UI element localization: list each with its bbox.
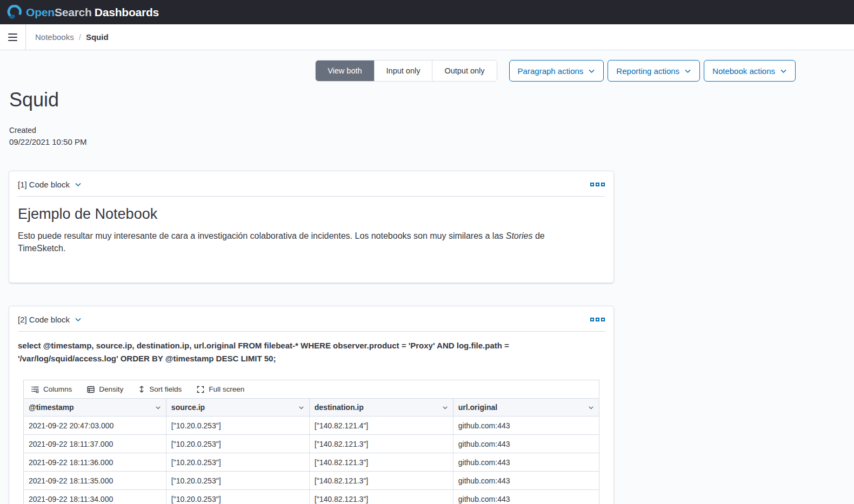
cell-source-ip: ["10.20.0.253"]	[166, 435, 310, 453]
cell-destination-ip: ["140.82.121.3"]	[310, 435, 453, 453]
fullscreen-icon	[196, 385, 205, 394]
chevron-down-icon[interactable]	[298, 405, 304, 411]
actions-group: Paragraph actions Reporting actions Note…	[509, 60, 796, 82]
column-header-url-original[interactable]: url.original	[453, 399, 599, 416]
grid-toolbar: Columns Density Sort fields	[24, 380, 599, 399]
output-only-button[interactable]: Output only	[432, 61, 496, 81]
table-row: 2021-09-22 20:47:03.000 ["10.20.0.253"] …	[24, 416, 599, 435]
cell-destination-ip: ["140.82.121.3"]	[310, 453, 453, 471]
table-row: 2021-09-22 18:11:37.000 ["10.20.0.253"] …	[24, 435, 599, 453]
density-icon	[86, 385, 95, 394]
cell-url-original: github.com:443	[453, 472, 599, 489]
opensearch-logo[interactable]: OpenSearchDashboards	[7, 5, 159, 19]
controls-row: View both Input only Output only Paragra…	[0, 60, 854, 82]
chevron-down-icon[interactable]	[442, 405, 448, 411]
table-row: 2021-09-22 18:11:35.000 ["10.20.0.253"] …	[24, 472, 599, 490]
cell-source-ip: ["10.20.0.253"]	[166, 416, 310, 434]
hamburger-menu-icon[interactable]	[0, 24, 25, 50]
cell-url-original: github.com:443	[453, 416, 599, 434]
opensearch-logo-icon	[7, 5, 22, 19]
sql-query-text: select @timestamp, source.ip, destinatio…	[18, 339, 605, 365]
paragraph-1-menu-icon[interactable]	[590, 183, 605, 186]
panel-divider	[18, 196, 605, 197]
paragraph-actions-button[interactable]: Paragraph actions	[509, 60, 604, 82]
chevron-down-icon	[75, 316, 82, 323]
breadcrumb-current: Squid	[86, 32, 109, 42]
fullscreen-button[interactable]: Full screen	[196, 385, 244, 394]
density-button[interactable]: Density	[86, 385, 123, 394]
cell-destination-ip: ["140.82.121.3"]	[310, 472, 453, 489]
paragraph-2-title: [2] Code block	[18, 315, 70, 324]
cell-url-original: github.com:443	[453, 490, 599, 504]
table-row: 2021-09-22 18:11:34.000 ["10.20.0.253"] …	[24, 490, 599, 504]
chevron-down-icon[interactable]	[155, 405, 161, 411]
paragraph-panel-1: [1] Code block Ejemplo de Notebook Esto …	[9, 171, 614, 283]
page-title: Squid	[9, 89, 854, 111]
columns-button[interactable]: Columns	[31, 385, 72, 394]
cell-destination-ip: ["140.82.121.3"]	[310, 490, 453, 504]
page-head: Squid Created 09/22/2021 10:50 PM	[0, 89, 854, 146]
table-body: 2021-09-22 20:47:03.000 ["10.20.0.253"] …	[24, 416, 599, 504]
paragraph-panel-2: [2] Code block select @timestamp, source…	[9, 306, 614, 504]
cell-destination-ip: ["140.82.121.4"]	[310, 416, 453, 434]
chevron-down-icon	[780, 68, 787, 75]
breadcrumb-separator: /	[79, 32, 81, 42]
cell-source-ip: ["10.20.0.253"]	[166, 472, 310, 489]
chevron-down-icon	[588, 68, 595, 75]
data-grid: Columns Density Sort fields	[23, 380, 599, 504]
breadcrumb-notebooks[interactable]: Notebooks	[35, 32, 74, 42]
sort-fields-button[interactable]: Sort fields	[138, 385, 182, 393]
cell-timestamp: 2021-09-22 20:47:03.000	[24, 416, 166, 434]
paragraph-2-menu-icon[interactable]	[590, 318, 605, 321]
panel-divider	[18, 331, 605, 332]
app-title: OpenSearchDashboards	[26, 6, 159, 19]
table-row: 2021-09-22 18:11:36.000 ["10.20.0.253"] …	[24, 453, 599, 472]
created-label: Created	[9, 126, 854, 135]
column-header-destination-ip[interactable]: destination.ip	[310, 399, 453, 416]
markdown-heading: Ejemplo de Notebook	[18, 206, 605, 223]
cell-url-original: github.com:443	[453, 453, 599, 471]
chevron-down-icon[interactable]	[588, 405, 594, 411]
cell-timestamp: 2021-09-22 18:11:36.000	[24, 453, 166, 471]
cell-source-ip: ["10.20.0.253"]	[166, 490, 310, 504]
cell-timestamp: 2021-09-22 18:11:34.000	[24, 490, 166, 504]
column-header-source-ip[interactable]: source.ip	[166, 399, 310, 416]
paragraph-2-toggle[interactable]: [2] Code block	[18, 315, 82, 324]
notebook-actions-button[interactable]: Notebook actions	[704, 60, 796, 82]
markdown-paragraph: Esto puede resultar muy interesante de c…	[18, 230, 580, 254]
paragraph-1-toggle[interactable]: [1] Code block	[18, 180, 82, 189]
view-both-button[interactable]: View both	[316, 61, 373, 81]
paragraph-1-header: [1] Code block	[18, 180, 605, 189]
created-value: 09/22/2021 10:50 PM	[9, 137, 854, 146]
italic-text: Stories	[506, 231, 533, 240]
column-header-timestamp[interactable]: @timestamp	[24, 399, 166, 416]
view-toggle-group: View both Input only Output only	[315, 60, 497, 82]
input-only-button[interactable]: Input only	[374, 61, 432, 81]
cell-url-original: github.com:443	[453, 435, 599, 453]
chevron-down-icon	[684, 68, 691, 75]
grid-header-row: @timestamp source.ip destination.ip url.…	[24, 399, 599, 416]
nav-bar: Notebooks / Squid	[0, 24, 854, 50]
chevron-down-icon	[75, 181, 82, 188]
cell-source-ip: ["10.20.0.253"]	[166, 453, 310, 471]
columns-icon	[31, 385, 39, 394]
breadcrumb: Notebooks / Squid	[26, 24, 109, 50]
paragraph-2-header: [2] Code block	[18, 315, 605, 324]
app-header: OpenSearchDashboards	[0, 0, 854, 24]
reporting-actions-button[interactable]: Reporting actions	[608, 60, 700, 82]
cell-timestamp: 2021-09-22 18:11:35.000	[24, 472, 166, 489]
paragraph-1-title: [1] Code block	[18, 180, 70, 189]
cell-timestamp: 2021-09-22 18:11:37.000	[24, 435, 166, 453]
sort-fields-icon	[138, 385, 145, 393]
